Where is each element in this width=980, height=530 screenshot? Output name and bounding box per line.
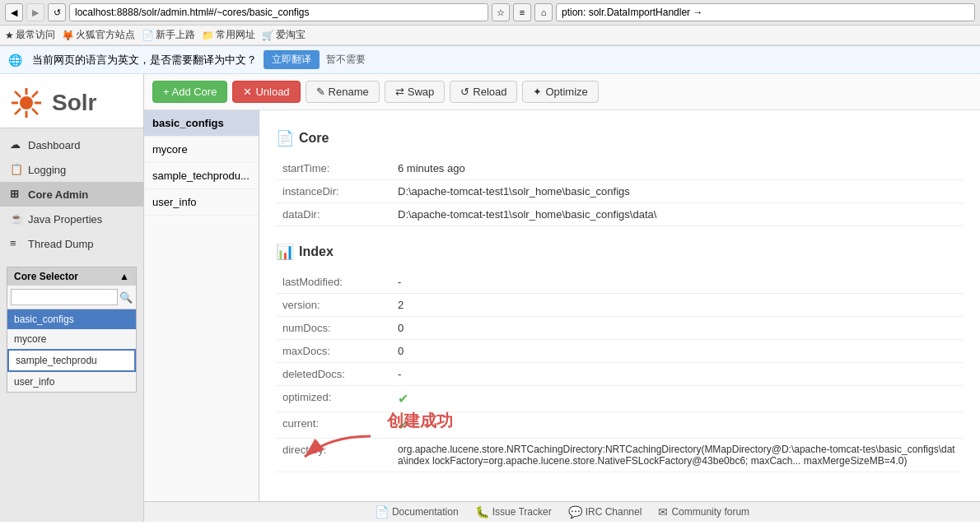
no-translate-button[interactable]: 暂不需要: [326, 53, 366, 67]
sidebar-item-core-admin[interactable]: ⊞ Core Admin: [0, 182, 143, 207]
reload-button[interactable]: ↺ Reload: [450, 81, 517, 103]
footer-issue-tracker[interactable]: 🐛 Issue Tracker: [475, 505, 552, 518]
core-selector-list: basic_configs mycore sample_techprodu us…: [7, 309, 136, 392]
translate-button[interactable]: 立即翻译: [264, 50, 320, 69]
reload-browser-button[interactable]: ↺: [48, 3, 66, 21]
add-core-button[interactable]: + Add Core: [152, 81, 227, 103]
max-docs-label: maxDocs:: [276, 340, 391, 363]
sidebar-item-logging[interactable]: 📋 Logging: [0, 157, 143, 182]
table-row: current: ✔: [276, 412, 964, 439]
bookmark-changyong[interactable]: 📁 常用网址: [202, 28, 255, 42]
optimize-button[interactable]: ✦ Optimize: [522, 81, 598, 103]
max-docs-value: 0: [391, 340, 964, 363]
num-docs-value: 0: [391, 317, 964, 340]
unload-label: Unload: [255, 86, 289, 98]
index-section-title: 📊 Index: [276, 243, 964, 261]
start-time-label: startTime:: [276, 157, 391, 180]
irc-icon: 💬: [568, 505, 582, 518]
core-list-panel: basic_configs mycore sample_techprodu...…: [144, 110, 259, 522]
bookmark-xinshou[interactable]: 📄 新手上路: [142, 28, 195, 42]
core-section-title: 📄 Core: [276, 129, 964, 147]
core-selector-toggle-icon: ▲: [119, 271, 129, 282]
svg-line-7: [32, 91, 38, 97]
bookmark-aitaobao[interactable]: 🛒 爱淘宝: [262, 28, 306, 42]
documentation-icon: 📄: [375, 505, 389, 518]
sidebar: Solr ☁ Dashboard 📋 Logging ⊞ Core Admin …: [0, 74, 144, 522]
core-selector-header[interactable]: Core Selector ▲: [7, 267, 136, 286]
back-button[interactable]: ◀: [5, 3, 23, 21]
translation-text: 当前网页的语言为英文，是否需要翻译为中文？: [32, 53, 257, 67]
translate-icon: 🌐: [8, 53, 22, 67]
last-modified-value: -: [391, 271, 964, 294]
swap-button[interactable]: ⇄ Swap: [385, 81, 446, 103]
search-bar[interactable]: [556, 3, 975, 21]
menu-button[interactable]: ≡: [513, 3, 531, 21]
reload-label: Reload: [473, 86, 506, 98]
index-section-icon: 📊: [276, 243, 294, 261]
core-admin-icon: ⊞: [10, 188, 23, 201]
index-section-heading: Index: [299, 244, 334, 259]
bookmark-button[interactable]: ☆: [492, 3, 510, 21]
footer-irc[interactable]: 💬 IRC Channel: [568, 505, 642, 518]
optimized-value: ✔: [391, 386, 964, 412]
data-dir-value: D:\apache-tomcat-test1\solr_home\basic_c…: [391, 203, 964, 226]
thread-dump-icon: ≡: [10, 237, 23, 250]
index-info-table: lastModified: - version: 2 numDocs: 0 ma…: [276, 271, 964, 472]
solr-logo: Solr: [0, 74, 143, 128]
sidebar-item-dashboard-label: Dashboard: [28, 139, 81, 151]
bookmark-huhu[interactable]: 🦊 火狐官方站点: [62, 28, 135, 42]
home-button[interactable]: ⌂: [534, 3, 553, 21]
instance-dir-value: D:\apache-tomcat-test1\solr_home\basic_c…: [391, 180, 964, 203]
core-search-input[interactable]: [11, 289, 118, 305]
sidebar-item-dashboard[interactable]: ☁ Dashboard: [0, 132, 143, 157]
core-list-item-basic-configs[interactable]: basic_configs: [7, 309, 136, 329]
sidebar-item-java-properties-label: Java Properties: [28, 213, 102, 225]
sidebar-item-thread-dump-label: Thread Dump: [28, 238, 93, 250]
svg-line-6: [32, 109, 38, 114]
optimized-check-icon: ✔: [398, 392, 408, 406]
svg-line-5: [15, 91, 21, 97]
main-content: basic_configs mycore sample_techprodu...…: [144, 110, 980, 522]
deleted-docs-label: deletedDocs:: [276, 363, 391, 386]
deleted-docs-value: -: [391, 363, 964, 386]
svg-line-8: [15, 109, 21, 114]
core-list-item-mycore[interactable]: mycore: [7, 329, 136, 349]
forward-button[interactable]: ▶: [26, 3, 44, 21]
rename-button[interactable]: ✎ Rename: [306, 81, 380, 103]
table-row: maxDocs: 0: [276, 340, 964, 363]
unload-icon: ✕: [243, 86, 252, 98]
sidebar-item-core-admin-label: Core Admin: [28, 188, 88, 201]
footer-documentation[interactable]: 📄 Documentation: [375, 505, 459, 518]
core-panel-item-mycore[interactable]: mycore: [144, 137, 259, 163]
issue-tracker-label: Issue Tracker: [492, 506, 552, 518]
rename-icon: ✎: [316, 86, 325, 98]
bookmark-zuichang[interactable]: ★ 最常访问: [5, 28, 55, 42]
core-panel-item-user-info[interactable]: user_info: [144, 189, 259, 216]
translation-bar: 🌐 当前网页的语言为英文，是否需要翻译为中文？ 立即翻译 暂不需要: [0, 46, 980, 74]
irc-label: IRC Channel: [586, 506, 642, 518]
data-dir-label: dataDir:: [276, 203, 391, 226]
url-bar[interactable]: [69, 3, 488, 21]
optimize-icon: ✦: [533, 86, 542, 98]
last-modified-label: lastModified:: [276, 271, 391, 294]
java-icon: ☕: [10, 212, 23, 225]
core-selector: Core Selector ▲ 🔍 basic_configs mycore s…: [7, 267, 137, 393]
core-list-item-sample[interactable]: sample_techprodu: [7, 349, 136, 372]
current-value: ✔: [391, 412, 964, 439]
logging-icon: 📋: [10, 163, 23, 176]
unload-button[interactable]: ✕ Unload: [232, 81, 300, 103]
issue-tracker-icon: 🐛: [475, 505, 489, 518]
core-panel-item-sample[interactable]: sample_techprodu...: [144, 163, 259, 189]
swap-icon: ⇄: [395, 86, 404, 98]
sidebar-item-thread-dump[interactable]: ≡ Thread Dump: [0, 231, 143, 256]
toolbar: + Add Core ✕ Unload ✎ Rename ⇄ Swap ↺ Re…: [144, 74, 980, 110]
core-list-item-user-info[interactable]: user_info: [7, 372, 136, 392]
footer-community[interactable]: ✉ Community forum: [658, 505, 749, 518]
table-row: version: 2: [276, 294, 964, 317]
sidebar-item-java-properties[interactable]: ☕ Java Properties: [0, 207, 143, 231]
core-selector-label: Core Selector: [14, 271, 78, 282]
optimize-label: Optimize: [545, 86, 587, 98]
solr-logo-text: Solr: [52, 90, 96, 116]
core-panel-item-basic-configs[interactable]: basic_configs: [144, 110, 259, 137]
content-wrapper: + Add Core ✕ Unload ✎ Rename ⇄ Swap ↺ Re…: [144, 74, 980, 522]
